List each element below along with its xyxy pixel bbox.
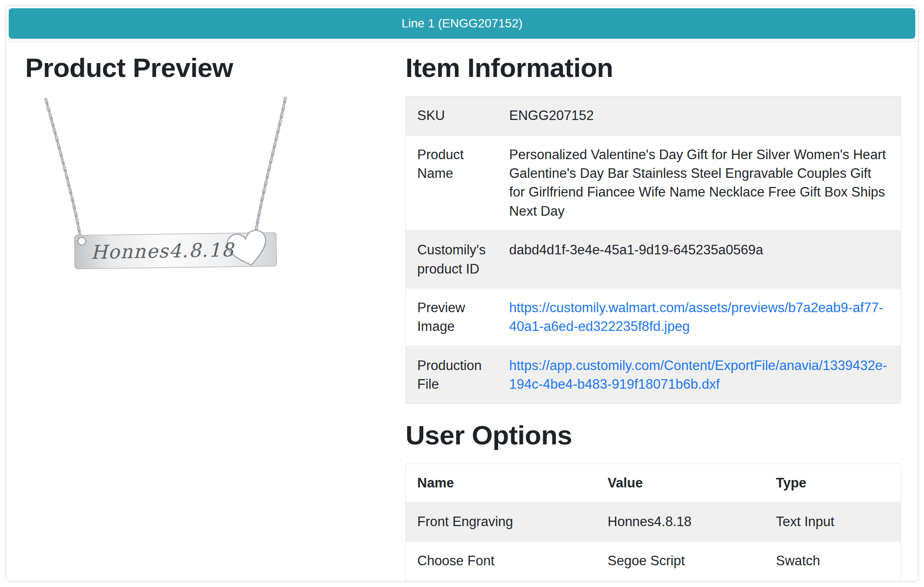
preview-image-link[interactable]: https://customily.walmart.com/assets/pre… — [509, 300, 884, 334]
sku-value: ENGG207152 — [498, 97, 901, 135]
footer-header-value: Value — [596, 580, 764, 582]
engraving-text: Honnes4.8.18 — [91, 239, 235, 263]
production-file-cell: https://app.customily.com/Content/Export… — [498, 346, 901, 404]
card-header: Line 1 (ENGG207152) — [6, 6, 918, 42]
table-row: Choose Font Segoe Script Swatch — [406, 541, 901, 580]
table-row: Product Name Personalized Valentine's Da… — [406, 135, 901, 231]
production-file-link[interactable]: https://app.customily.com/Content/Export… — [509, 358, 887, 392]
table-row: Production File https://app.customily.co… — [406, 346, 901, 404]
item-details-section: Item Information SKU ENGG207152 Product … — [405, 48, 901, 582]
preview-image-label: Preview Image — [406, 288, 498, 346]
table-footer-header-row: Name Value Type — [406, 580, 901, 582]
column-header-name: Name — [406, 464, 597, 502]
preview-image-cell: https://customily.walmart.com/assets/pre… — [498, 288, 901, 346]
option-value: Segoe Script — [596, 541, 764, 580]
line-item-card: Line 1 (ENGG207152) Product Preview — [5, 5, 919, 582]
table-row: SKU ENGG207152 — [406, 97, 901, 135]
item-information-table: SKU ENGG207152 Product Name Personalized… — [405, 96, 901, 404]
user-options-table: Name Value Type Front Engraving Honnes4.… — [405, 464, 901, 582]
column-header-type: Type — [764, 464, 901, 502]
option-type: Text Input — [764, 502, 901, 541]
option-value: Honnes4.8.18 — [596, 502, 764, 541]
footer-header-type: Type — [764, 580, 901, 582]
table-row: Front Engraving Honnes4.8.18 Text Input — [406, 502, 901, 541]
line-header-title: Line 1 (ENGG207152) — [402, 17, 523, 30]
product-preview-section: Product Preview — [25, 48, 405, 276]
product-preview-image: Honnes4.8.18 — [37, 96, 405, 276]
table-row: Customily's product ID dabd4d1f-3e4e-45a… — [406, 230, 901, 288]
option-name: Choose Font — [406, 541, 597, 580]
line-header-button[interactable]: Line 1 (ENGG207152) — [9, 8, 915, 39]
user-options-title: User Options — [405, 420, 901, 450]
chain-right-icon — [255, 98, 286, 238]
product-id-label: Customily's product ID — [406, 230, 498, 288]
product-name-value: Personalized Valentine's Day Gift for He… — [498, 135, 901, 231]
item-information-title: Item Information — [405, 52, 901, 83]
necklace-illustration: Honnes4.8.18 — [37, 96, 298, 272]
card-body: Product Preview — [6, 42, 918, 582]
footer-header-name: Name — [406, 580, 597, 582]
chain-left-icon — [46, 100, 80, 239]
product-preview-title: Product Preview — [25, 52, 405, 83]
bar-hole — [78, 237, 86, 245]
sku-label: SKU — [406, 97, 498, 135]
page: Line 1 (ENGG207152) Product Preview — [0, 0, 924, 587]
product-id-value: dabd4d1f-3e4e-45a1-9d19-645235a0569a — [498, 230, 901, 288]
option-name: Front Engraving — [406, 502, 597, 541]
table-row: Preview Image https://customily.walmart.… — [406, 288, 901, 346]
column-header-value: Value — [596, 464, 764, 502]
table-header-row: Name Value Type — [406, 464, 901, 502]
option-type: Swatch — [764, 541, 901, 580]
product-name-label: Product Name — [406, 135, 498, 231]
production-file-label: Production File — [406, 346, 498, 404]
